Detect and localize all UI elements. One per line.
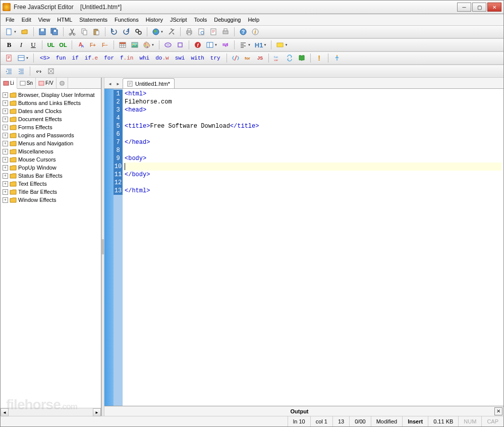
new-button[interactable]: ▼ [4, 27, 18, 37]
menu-file[interactable]: File [3, 16, 18, 24]
menu-history[interactable]: History [143, 16, 166, 24]
close-button[interactable]: ✕ [487, 3, 501, 12]
exclaim-button[interactable]: ! [314, 53, 325, 63]
tools-button[interactable] [166, 27, 177, 37]
keyword-fun[interactable]: fun [53, 53, 69, 63]
web-button[interactable]: ▼ [150, 27, 165, 37]
expand-icon[interactable]: + [3, 141, 8, 146]
ol-button[interactable]: OL [58, 40, 69, 50]
output-close-button[interactable]: ✕ [494, 407, 502, 415]
expand-icon[interactable]: + [3, 117, 8, 122]
sidebar-tree[interactable]: +Browser, Display User Informat+Buttons … [1, 89, 101, 408]
funvar-button[interactable]: funvar [272, 53, 283, 63]
expand-icon[interactable]: + [3, 100, 8, 106]
tree-item[interactable]: +Buttons and Links Effects [2, 99, 100, 107]
tree-item[interactable]: +PopUp Window [2, 164, 100, 172]
keyword-S[interactable]: <S> [37, 53, 53, 63]
scroll-left-icon[interactable]: ◄ [1, 408, 9, 416]
tree-item[interactable]: +Browser, Display User Informat [2, 91, 100, 99]
expand-icon[interactable]: + [3, 173, 8, 179]
keyword-try[interactable]: try [207, 53, 223, 63]
script-button[interactable] [4, 53, 15, 63]
help-button[interactable]: ? [238, 27, 249, 37]
sidebar-tab-snippets[interactable]: Sn [17, 78, 36, 88]
indent-button[interactable] [4, 66, 15, 76]
debug-button[interactable] [331, 53, 343, 63]
maximize-button[interactable]: ▢ [472, 3, 486, 12]
frame-button[interactable]: ▼ [204, 40, 219, 50]
italic-button[interactable]: I [16, 40, 27, 50]
tree-item[interactable]: +Title Bar Effects [2, 188, 100, 196]
braces-button[interactable]: ‹·› [33, 66, 44, 76]
expand-icon[interactable]: + [3, 92, 8, 98]
code-area[interactable]: <html>Filehorse.com<head> <title>Free So… [123, 89, 503, 406]
keyword-do-w[interactable]: do.w [152, 53, 172, 63]
expand-icon[interactable]: + [3, 157, 8, 163]
tree-item[interactable]: +Mouse Cursors [2, 155, 100, 164]
palette-button[interactable]: ▼ [141, 40, 156, 50]
print-preview-button[interactable] [220, 27, 231, 37]
sync-button[interactable] [284, 53, 295, 63]
snippet-button[interactable]: ▼ [16, 53, 30, 63]
keyword-f-in[interactable]: f.in [117, 53, 136, 63]
keyword-for[interactable]: for [101, 53, 117, 63]
undo-button[interactable] [108, 27, 120, 37]
open-button[interactable] [19, 27, 30, 37]
sidebar-scrollbar[interactable]: ◄ ► [1, 408, 101, 416]
menu-functions[interactable]: Functions [111, 16, 142, 24]
match-button[interactable] [45, 66, 57, 76]
paste-button[interactable] [91, 27, 102, 37]
expand-icon[interactable]: + [3, 181, 8, 187]
flash-button[interactable]: f [192, 40, 203, 50]
page-setup-button[interactable] [208, 27, 219, 37]
tab-prev-icon[interactable]: ◄ [106, 79, 114, 88]
expand-icon[interactable]: + [3, 109, 8, 114]
save-button[interactable] [37, 27, 48, 37]
expand-icon[interactable]: + [3, 133, 8, 138]
expand-icon[interactable]: + [3, 149, 8, 154]
heading-button[interactable]: H1▼ [253, 40, 268, 50]
menu-statements[interactable]: Statements [76, 16, 110, 24]
tree-item[interactable]: +Logins and Passwords [2, 131, 100, 139]
tree-item[interactable]: +Document Effects [2, 115, 100, 123]
cut-button[interactable] [67, 27, 78, 37]
editor-tab-untitled[interactable]: Untitled1.htm* [123, 78, 175, 88]
sidebar-tab-library[interactable]: Li [1, 78, 17, 89]
menu-help[interactable]: Help [245, 16, 262, 24]
js-button[interactable]: JS [254, 53, 265, 63]
redo-button[interactable] [121, 27, 132, 37]
editor-body[interactable]: 12345678910111213 <html>Filehorse.com<he… [104, 89, 503, 406]
align-button[interactable]: ▼ [238, 40, 252, 50]
keyword-with[interactable]: with [188, 53, 207, 63]
info-button[interactable]: i [250, 27, 261, 37]
font-decrease-button[interactable]: F− [99, 40, 110, 50]
font-increase-button[interactable]: F+ [87, 40, 98, 50]
keyword-if-e[interactable]: if.e [82, 53, 101, 63]
tree-item[interactable]: +Dates and Clocks [2, 107, 100, 115]
comment-button[interactable]: ▼ [274, 40, 289, 50]
menu-edit[interactable]: Edit [19, 16, 34, 24]
outdent-button[interactable] [16, 66, 27, 76]
for-icon-button[interactable]: for [242, 53, 253, 63]
tree-item[interactable]: +Text Effects [2, 180, 100, 188]
tree-item[interactable]: +Window Effects [2, 196, 100, 204]
copy-button[interactable] [79, 27, 90, 37]
menu-html[interactable]: HTML [54, 16, 75, 24]
menu-jscript[interactable]: JScript [167, 16, 190, 24]
br-button[interactable]: BR [220, 40, 231, 50]
tree-item[interactable]: +Status Bar Effects [2, 172, 100, 180]
table-button[interactable] [117, 40, 128, 50]
link-button[interactable] [162, 40, 174, 50]
menu-view[interactable]: View [35, 16, 53, 24]
script-tab-button[interactable] [230, 53, 241, 63]
print-button[interactable] [184, 27, 195, 37]
tree-item[interactable]: +Menus and Navigation [2, 139, 100, 147]
image-button[interactable] [129, 40, 140, 50]
expand-icon[interactable]: + [3, 197, 8, 203]
preview-button[interactable] [196, 27, 207, 37]
minimize-button[interactable]: ─ [457, 3, 471, 12]
keyword-swi[interactable]: swi [172, 53, 188, 63]
sidebar-tab-fv[interactable]: F/V [36, 78, 57, 88]
font-color-button[interactable]: AA [75, 40, 86, 50]
ul-button[interactable]: UL [45, 40, 57, 50]
